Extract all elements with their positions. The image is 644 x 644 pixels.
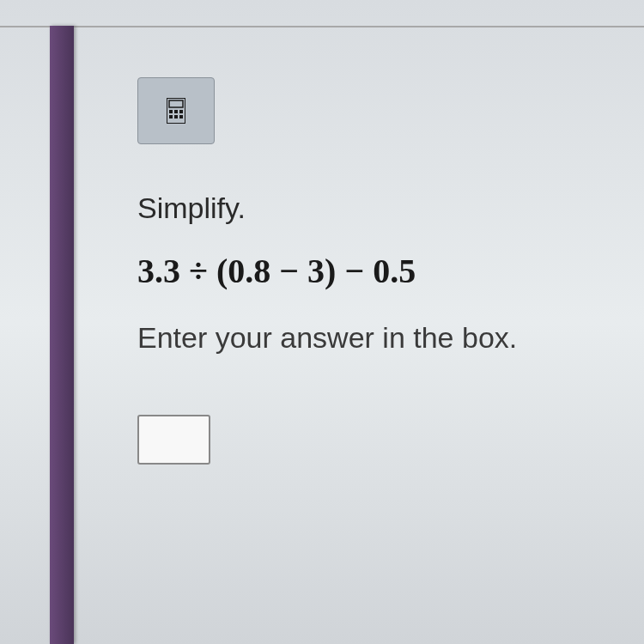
calculator-icon bbox=[167, 98, 185, 124]
svg-rect-4 bbox=[179, 110, 183, 113]
math-expression: 3.3 ÷ (0.8 − 3) − 0.5 bbox=[137, 251, 610, 291]
question-panel: Simplify. 3.3 ÷ (0.8 − 3) − 0.5 Enter yo… bbox=[137, 77, 610, 465]
instruction-text: Simplify. bbox=[137, 191, 610, 225]
svg-rect-1 bbox=[169, 100, 183, 107]
answer-prompt: Enter your answer in the box. bbox=[137, 321, 610, 355]
svg-rect-3 bbox=[174, 110, 178, 113]
answer-input[interactable] bbox=[137, 415, 210, 465]
svg-rect-6 bbox=[174, 115, 178, 118]
top-divider bbox=[0, 26, 644, 27]
sidebar-accent bbox=[50, 26, 74, 644]
svg-rect-7 bbox=[179, 115, 183, 118]
svg-rect-2 bbox=[169, 110, 173, 113]
svg-rect-5 bbox=[169, 115, 173, 118]
calculator-button[interactable] bbox=[137, 77, 215, 144]
